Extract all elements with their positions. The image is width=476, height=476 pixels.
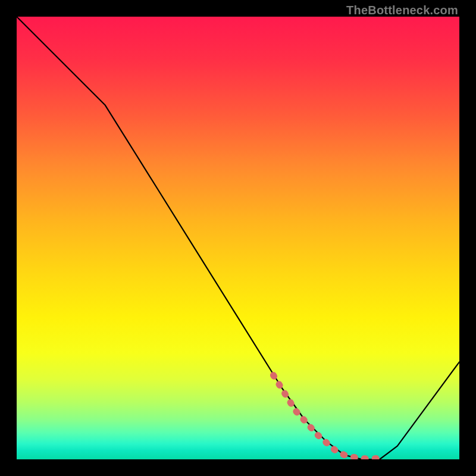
optimal-band-dotted	[274, 375, 380, 459]
curve-svg	[17, 17, 459, 459]
watermark-text: TheBottleneck.com	[346, 4, 458, 17]
plot-area	[17, 17, 459, 459]
bottleneck-curve	[17, 17, 459, 459]
chart-frame: TheBottleneck.com	[0, 0, 476, 476]
